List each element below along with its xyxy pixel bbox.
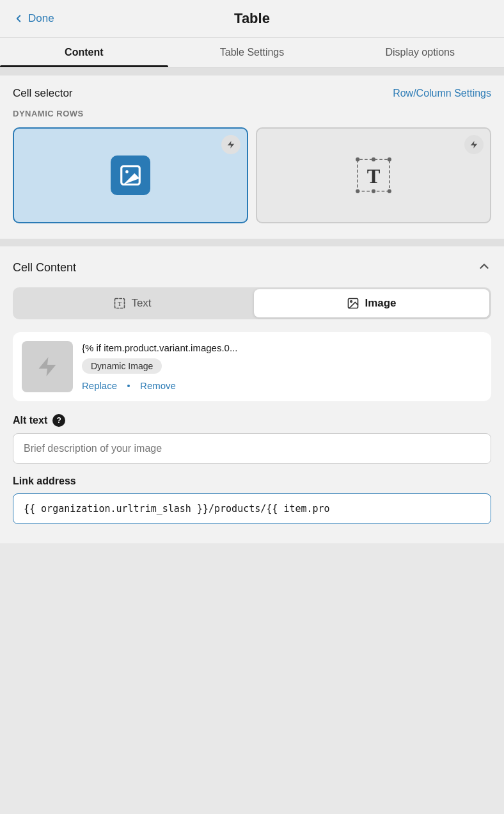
header: Done Table (0, 0, 504, 38)
alt-text-help-icon[interactable]: ? (52, 414, 65, 427)
section-divider-2 (0, 239, 504, 246)
alt-text-input[interactable] (13, 433, 491, 464)
dynamic-rows-grid: T (13, 127, 491, 223)
svg-marker-3 (471, 141, 478, 148)
content-type-toggle: T Text Image (13, 287, 491, 319)
svg-text:T: T (367, 165, 381, 188)
image-template-text: {% if item.product.variant.images.0... (82, 342, 482, 353)
cell-selector-label: Cell selector (13, 87, 73, 100)
dynamic-rows-label: DYNAMIC ROWS (13, 109, 491, 118)
tab-table-settings[interactable]: Table Settings (168, 38, 336, 67)
dynamic-row-text-card[interactable]: T (256, 127, 491, 223)
link-address-section: Link address (13, 475, 491, 524)
svg-point-10 (372, 189, 375, 193)
toggle-image-btn[interactable]: Image (254, 289, 489, 317)
link-address-label: Link address (13, 475, 491, 487)
image-actions: Replace Remove (82, 380, 482, 391)
alt-text-section: Alt text ? (13, 414, 491, 464)
svg-point-6 (388, 157, 391, 161)
cell-selector-row: Cell selector Row/Column Settings (0, 76, 504, 109)
back-label: Done (28, 12, 54, 25)
row-column-settings-link[interactable]: Row/Column Settings (393, 88, 491, 99)
action-dot-separator (127, 385, 130, 387)
svg-point-15 (350, 301, 352, 303)
svg-point-9 (372, 157, 375, 161)
replace-link[interactable]: Replace (82, 380, 117, 391)
tab-bar: Content Table Settings Display options (0, 38, 504, 68)
remove-link[interactable]: Remove (140, 380, 176, 391)
image-content-card: {% if item.product.variant.images.0... D… (13, 332, 491, 401)
image-icon-large (111, 156, 150, 195)
lightning-badge-text (464, 135, 484, 154)
svg-point-8 (388, 189, 391, 193)
back-button[interactable]: Done (13, 12, 54, 25)
svg-marker-0 (228, 141, 235, 148)
toggle-text-label: Text (131, 297, 151, 310)
cell-content-title: Cell Content (13, 261, 76, 275)
cell-content-section: Cell Content T Text Image (0, 246, 504, 543)
svg-point-2 (125, 170, 129, 173)
page-title: Table (234, 10, 270, 27)
svg-marker-16 (39, 357, 56, 376)
svg-point-5 (356, 157, 359, 161)
cell-content-header: Cell Content (13, 259, 491, 276)
image-thumbnail (22, 341, 73, 392)
toggle-text-btn[interactable]: T Text (15, 289, 250, 317)
dynamic-image-badge: Dynamic Image (82, 358, 162, 374)
lightning-badge-image (221, 135, 240, 154)
dynamic-rows-section: DYNAMIC ROWS (0, 109, 504, 239)
dynamic-row-image-card[interactable] (13, 127, 248, 223)
tab-content[interactable]: Content (0, 38, 168, 67)
svg-point-7 (356, 189, 359, 193)
image-card-info: {% if item.product.variant.images.0... D… (82, 342, 482, 391)
link-address-input[interactable] (13, 493, 491, 524)
collapse-button[interactable] (477, 259, 491, 276)
text-icon-large: T (354, 156, 393, 195)
alt-text-label-row: Alt text ? (13, 414, 491, 427)
tab-display-options[interactable]: Display options (336, 38, 504, 67)
svg-text:T: T (118, 301, 122, 307)
section-divider-1 (0, 68, 504, 76)
toggle-image-label: Image (365, 297, 396, 310)
